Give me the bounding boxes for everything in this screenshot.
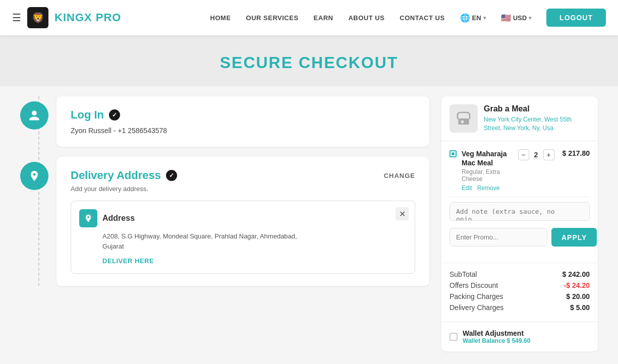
veg-indicator — [450, 150, 457, 157]
wallet-row: Wallet Adjustment Wallet Balance $ 549.6… — [441, 322, 598, 351]
quantity-control: − 2 + — [518, 149, 554, 160]
flag-icon: 🇺🇸 — [501, 13, 511, 23]
remove-item-button[interactable]: Remove — [477, 185, 500, 192]
user-info: Zyon Russell - +1 2586543578 — [71, 127, 415, 135]
promo-row: APPLY — [450, 228, 590, 247]
logo-text: KINGX PRO — [54, 11, 121, 24]
delivery-check-icon — [166, 170, 177, 181]
hero-section: SECURE CHECKOUT — [0, 35, 618, 86]
packing-value: $ 20.00 — [566, 292, 590, 300]
main-layout: Log In Zyon Russell - +1 2586543578 — [0, 86, 618, 361]
logo-kingx: KINGX — [54, 11, 92, 24]
edit-item-button[interactable]: Edit — [462, 185, 472, 192]
delivery-step: Delivery Address CHANGE Add your deliver… — [20, 157, 429, 286]
subtotal-label: SubTotal — [450, 270, 477, 278]
note-input[interactable] — [450, 202, 590, 221]
discount-row: Offers Discount -$ 24.20 — [450, 281, 590, 289]
language-selector[interactable]: 🌐 EN ▾ — [460, 13, 486, 23]
address-box: ✕ Address A208, S.G Highway, Mondeal Squ… — [71, 201, 415, 274]
user-name: Zyon Russell — [71, 127, 111, 135]
lion-icon: 🦁 — [32, 12, 44, 24]
wallet-balance: Wallet Balance $ 549.60 — [463, 337, 530, 344]
checkout-steps: Log In Zyon Russell - +1 2586543578 — [20, 96, 441, 286]
order-summary: SubTotal $ 242.00 Offers Discount -$ 24.… — [441, 263, 598, 322]
increase-qty-button[interactable]: + — [543, 149, 554, 160]
currency-selector[interactable]: 🇺🇸 USD ▾ — [501, 13, 531, 23]
chevron-down-icon-2: ▾ — [529, 15, 531, 21]
currency-label: USD — [513, 14, 527, 22]
logo-box: 🦁 — [27, 7, 48, 28]
delivery-title: Delivery Address — [71, 169, 161, 182]
user-phone: +1 2586543578 — [118, 127, 167, 135]
item-variant: Regular, Extra Cheese — [462, 168, 513, 183]
wallet-title: Wallet Adjustment — [463, 329, 530, 337]
user-icon — [20, 101, 48, 130]
order-panel: Veg Maharaja Mac Meal Regular, Extra Che… — [441, 141, 598, 263]
delivery-charges-row: Delivery Charges $ 5.00 — [450, 304, 590, 312]
delivery-title-row: Delivery Address — [71, 169, 177, 182]
order-item: Veg Maharaja Mac Meal Regular, Extra Che… — [450, 149, 590, 192]
discount-value: -$ 24.20 — [564, 281, 590, 289]
change-address-button[interactable]: CHANGE — [384, 172, 415, 179]
address-text: A208, S.G Highway, Mondeal Square, Prahl… — [102, 231, 407, 251]
logout-button[interactable]: LOGOUT — [546, 9, 606, 27]
location-icon — [20, 162, 48, 190]
chevron-down-icon: ▾ — [483, 15, 486, 21]
apply-promo-button[interactable]: APPLY — [551, 228, 597, 247]
address-label: Address — [102, 214, 135, 223]
restaurant-image — [450, 104, 478, 133]
login-card: Log In Zyon Russell - +1 2586543578 — [57, 96, 429, 147]
lang-label: EN — [472, 14, 481, 22]
nav-about[interactable]: ABOUT US — [348, 14, 384, 22]
delivery-header: Delivery Address CHANGE — [71, 169, 415, 182]
nav-contact[interactable]: CONTACT US — [400, 14, 444, 22]
deliver-here-button[interactable]: DELIVER HERE — [102, 257, 154, 265]
logo-pro: PRO — [92, 11, 122, 24]
discount-label: Offers Discount — [450, 281, 498, 289]
packing-label: Packing Charges — [450, 292, 503, 300]
nav-earn[interactable]: EARN — [314, 14, 333, 22]
item-price: $ 217.80 — [563, 149, 590, 157]
restaurant-info: Grab a Meal New York City Center, West 5… — [484, 104, 590, 133]
delivery-card: Delivery Address CHANGE Add your deliver… — [57, 157, 429, 286]
login-title: Log In — [71, 108, 415, 122]
address-box-header: Address — [79, 209, 407, 227]
restaurant-name: Grab a Meal — [484, 104, 590, 113]
wallet-checkbox[interactable] — [450, 333, 458, 341]
divider — [450, 197, 590, 197]
header-left: ☰ 🦁 KINGX PRO — [12, 7, 121, 28]
nav-services[interactable]: OUR SERVICES — [246, 14, 299, 22]
hamburger-icon[interactable]: ☰ — [12, 12, 21, 24]
packing-row: Packing Charges $ 20.00 — [450, 292, 590, 300]
page-title: SECURE CHECKOUT — [0, 53, 618, 72]
promo-input[interactable] — [450, 228, 547, 247]
decrease-qty-button[interactable]: − — [518, 149, 529, 160]
delivery-charges-value: $ 5.00 — [570, 304, 590, 312]
item-actions: Edit Remove — [462, 185, 513, 192]
login-check-icon — [109, 109, 120, 120]
item-name: Veg Maharaja Mac Meal — [462, 149, 513, 167]
restaurant-card: Grab a Meal New York City Center, West 5… — [441, 96, 598, 141]
address-pin-icon — [79, 209, 97, 227]
login-step: Log In Zyon Russell - +1 2586543578 — [20, 96, 429, 147]
subtotal-row: SubTotal $ 242.00 — [450, 270, 590, 278]
restaurant-address: New York City Center, West 55th Street, … — [484, 115, 590, 133]
nav-home[interactable]: HOME — [210, 14, 231, 22]
subtotal-value: $ 242.00 — [563, 270, 590, 278]
globe-icon: 🌐 — [460, 13, 470, 23]
wallet-info: Wallet Adjustment Wallet Balance $ 549.6… — [463, 329, 530, 344]
delivery-charges-label: Delivery Charges — [450, 304, 503, 312]
item-info: Veg Maharaja Mac Meal Regular, Extra Che… — [462, 149, 513, 192]
main-nav: HOME OUR SERVICES EARN ABOUT US CONTACT … — [210, 9, 606, 27]
restaurant-address-link[interactable]: New York City Center, West 55th Street, … — [484, 116, 572, 132]
order-summary-panel: Grab a Meal New York City Center, West 5… — [441, 96, 598, 351]
close-address-button[interactable]: ✕ — [396, 207, 409, 220]
delivery-subtitle: Add your delivery address. — [71, 185, 415, 193]
quantity-value: 2 — [532, 151, 540, 159]
header: ☰ 🦁 KINGX PRO HOME OUR SERVICES EARN ABO… — [0, 0, 618, 35]
